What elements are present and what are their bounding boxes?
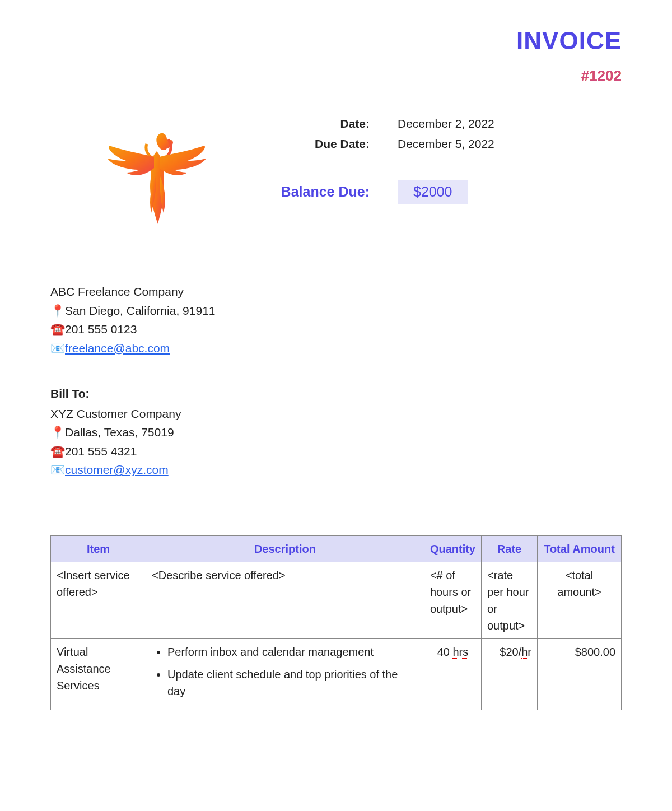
bill-to-address: Dallas, Texas, 75019 bbox=[65, 426, 174, 439]
col-total: Total Amount bbox=[538, 535, 622, 562]
cell-total: <total amount> bbox=[538, 562, 622, 638]
bill-to-company: XYZ Customer Company bbox=[50, 405, 622, 423]
cell-quantity: <# of hours or output> bbox=[424, 562, 481, 638]
date-value: December 2, 2022 bbox=[398, 115, 494, 133]
table-row: <Insert service offered> <Describe servi… bbox=[51, 562, 622, 638]
pin-icon: 📍 bbox=[50, 423, 63, 441]
bill-to-heading: Bill To: bbox=[50, 385, 622, 403]
list-item: Update client schedule and top prioritie… bbox=[167, 666, 418, 700]
email-icon: 📧 bbox=[50, 461, 63, 479]
table-row: Virtual Assistance Services Perform inbo… bbox=[51, 638, 622, 710]
invoice-title: INVOICE bbox=[50, 22, 622, 59]
col-quantity: Quantity bbox=[424, 535, 481, 562]
bill-to-phone: 201 555 4321 bbox=[65, 445, 137, 458]
col-description: Description bbox=[146, 535, 424, 562]
cell-total: $800.00 bbox=[538, 638, 622, 710]
balance-due-label: Balance Due: bbox=[263, 181, 398, 203]
from-address: San Diego, California, 91911 bbox=[65, 304, 216, 317]
phone-icon: ☎️ bbox=[50, 442, 63, 460]
from-company: ABC Freelance Company bbox=[50, 283, 622, 301]
email-icon: 📧 bbox=[50, 339, 63, 357]
due-date-label: Due Date: bbox=[263, 135, 398, 153]
from-block: ABC Freelance Company 📍San Diego, Califo… bbox=[50, 283, 622, 357]
items-table: Item Description Quantity Rate Total Amo… bbox=[50, 535, 622, 710]
cell-quantity: 40 hrs bbox=[424, 638, 481, 710]
bill-to-email-link[interactable]: customer@xyz.com bbox=[65, 463, 169, 476]
bill-to-block: Bill To: XYZ Customer Company 📍Dallas, T… bbox=[50, 385, 622, 479]
cell-item: <Insert service offered> bbox=[51, 562, 146, 638]
divider bbox=[50, 507, 622, 507]
cell-description: <Describe service offered> bbox=[146, 562, 424, 638]
cell-item: Virtual Assistance Services bbox=[51, 638, 146, 710]
pin-icon: 📍 bbox=[50, 302, 63, 320]
date-label: Date: bbox=[263, 115, 398, 133]
invoice-number: #1202 bbox=[50, 65, 622, 87]
col-item: Item bbox=[51, 535, 146, 562]
balance-due-value: $2000 bbox=[398, 180, 468, 204]
from-email-link[interactable]: freelance@abc.com bbox=[65, 342, 170, 355]
col-rate: Rate bbox=[482, 535, 538, 562]
cell-description: Perform inbox and calendar management Up… bbox=[146, 638, 424, 710]
cell-rate: $20/hr bbox=[482, 638, 538, 710]
phone-icon: ☎️ bbox=[50, 320, 63, 338]
list-item: Perform inbox and calendar management bbox=[167, 644, 418, 660]
due-date-value: December 5, 2022 bbox=[398, 135, 494, 153]
cell-rate: <rate per hour or output> bbox=[482, 562, 538, 638]
from-phone: 201 555 0123 bbox=[65, 323, 137, 335]
phoenix-logo-icon bbox=[95, 126, 218, 238]
